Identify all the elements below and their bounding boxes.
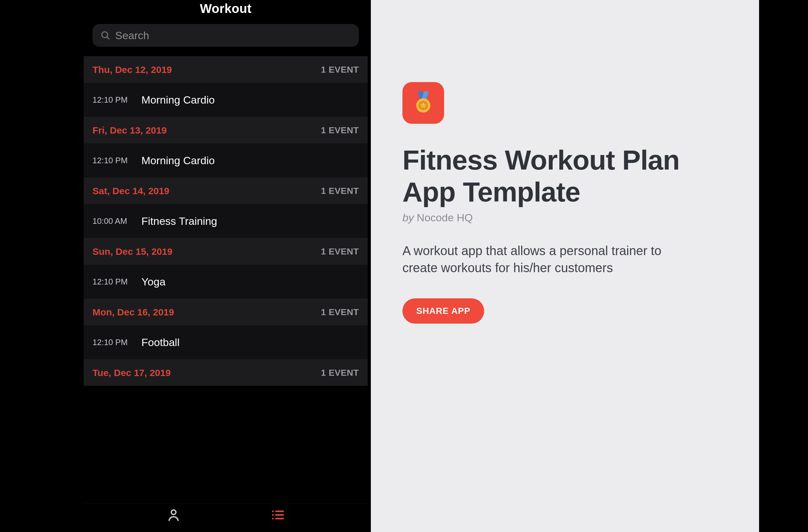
event-time: 12:10 PM (92, 155, 141, 165)
day-event-count: 1 EVENT (321, 307, 359, 317)
event-row[interactable]: 12:10 PMFootball (84, 325, 368, 359)
app-icon (402, 82, 444, 124)
info-panel: Fitness Workout Plan App Template by Noc… (371, 0, 759, 532)
screen-title: Workout (84, 2, 368, 16)
event-name: Yoga (141, 276, 165, 288)
event-name: Fitness Training (141, 215, 217, 227)
by-prefix: by (402, 212, 417, 223)
search-icon (100, 30, 111, 41)
day-header[interactable]: Sun, Dec 15, 20191 EVENT (84, 238, 368, 264)
day-date: Mon, Dec 16, 2019 (92, 307, 174, 318)
phone-frame: Workout Thu, Dec 12, 20191 EVENT12:10 (84, 0, 368, 532)
day-date: Sat, Dec 14, 2019 (92, 186, 169, 196)
svg-line-1 (107, 37, 109, 39)
day-header[interactable]: Fri, Dec 13, 20191 EVENT (84, 117, 368, 143)
day-header[interactable]: Mon, Dec 16, 20191 EVENT (84, 299, 368, 325)
event-name: Morning Cardio (141, 94, 215, 106)
event-time: 10:00 AM (92, 216, 141, 226)
event-name: Morning Cardio (141, 154, 215, 167)
day-header[interactable]: Thu, Dec 12, 20191 EVENT (84, 56, 368, 83)
day-header[interactable]: Sat, Dec 14, 20191 EVENT (84, 178, 368, 204)
phone-preview-column: Workout Thu, Dec 12, 20191 EVENT12:10 (49, 0, 371, 532)
svg-point-2 (171, 510, 176, 515)
event-time: 12:10 PM (92, 337, 141, 347)
template-description: A workout app that allows a personal tra… (402, 242, 680, 276)
day-event-count: 1 EVENT (321, 368, 359, 378)
medal-icon (411, 90, 436, 116)
day-event-count: 1 EVENT (321, 186, 359, 196)
event-row[interactable]: 12:10 PMYoga (84, 264, 368, 299)
day-date: Sun, Dec 15, 2019 (92, 246, 172, 257)
byline: by Nocode HQ (402, 212, 728, 224)
person-icon[interactable] (166, 508, 181, 522)
event-time: 12:10 PM (92, 95, 141, 105)
tab-bar (84, 503, 368, 532)
day-event-count: 1 EVENT (321, 246, 359, 257)
day-date: Tue, Dec 17, 2019 (92, 367, 171, 378)
workout-list[interactable]: Thu, Dec 12, 20191 EVENT12:10 PMMorning … (84, 56, 368, 503)
svg-point-3 (272, 511, 274, 512)
event-row[interactable]: 12:10 PMMorning Cardio (84, 83, 368, 117)
event-row[interactable]: 10:00 AMFitness Training (84, 204, 368, 238)
svg-point-5 (272, 518, 274, 519)
screen-header: Workout (84, 0, 368, 16)
template-title: Fitness Workout Plan App Template (402, 144, 728, 208)
event-time: 12:10 PM (92, 277, 141, 287)
svg-point-4 (272, 514, 274, 516)
search-field[interactable] (92, 24, 359, 47)
list-icon[interactable] (271, 508, 285, 522)
day-event-count: 1 EVENT (321, 65, 359, 75)
day-date: Thu, Dec 12, 2019 (92, 65, 172, 75)
day-event-count: 1 EVENT (321, 125, 359, 135)
day-date: Fri, Dec 13, 2019 (92, 125, 167, 136)
author-name: Nocode HQ (417, 212, 473, 223)
search-input[interactable] (115, 29, 351, 42)
event-row[interactable]: 12:10 PMMorning Cardio (84, 143, 368, 178)
day-header[interactable]: Tue, Dec 17, 20191 EVENT (84, 359, 368, 386)
event-name: Football (141, 336, 180, 349)
share-app-button[interactable]: SHARE APP (402, 298, 484, 324)
